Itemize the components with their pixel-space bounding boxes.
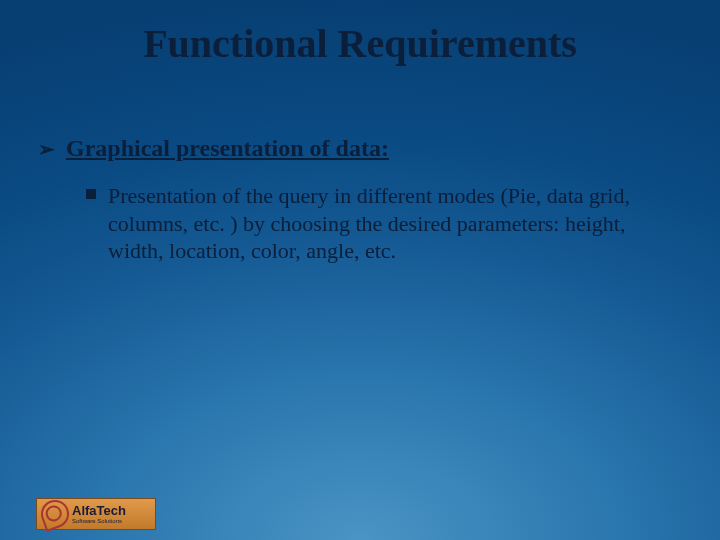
logo-swirl-icon: [37, 496, 73, 532]
bullet-level-2: Presentation of the query in different m…: [78, 182, 680, 265]
logo-badge: AlfaTech Software Solutions: [36, 498, 156, 530]
logo-text-wrap: AlfaTech Software Solutions: [72, 504, 126, 524]
bullet-level-1: ➢ Graphical presentation of data:: [38, 135, 680, 162]
content-area: ➢ Graphical presentation of data: Presen…: [38, 135, 680, 265]
slide-title: Functional Requirements: [0, 20, 720, 67]
arrow-icon: ➢: [38, 137, 55, 161]
bullet-1-text: Graphical presentation of data:: [66, 135, 389, 161]
logo-name: AlfaTech: [72, 504, 126, 517]
bullet-2-text: Presentation of the query in different m…: [108, 183, 630, 263]
slide: Functional Requirements ➢ Graphical pres…: [0, 0, 720, 540]
square-icon: [86, 189, 96, 199]
logo-tagline: Software Solutions: [72, 518, 126, 524]
